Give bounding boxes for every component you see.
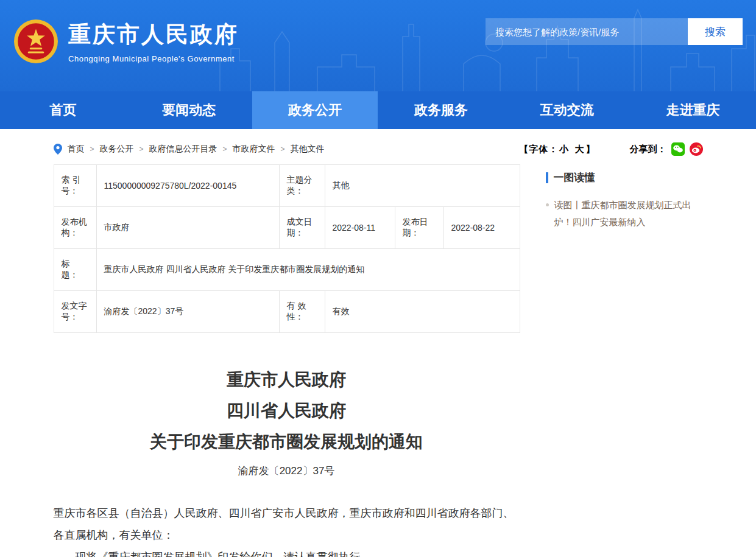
publish-date-value: 2022-08-22 bbox=[443, 207, 520, 249]
written-date-value: 2022-08-11 bbox=[325, 207, 395, 249]
brand-text: 重庆市人民政府 Chongqing Municipal People's Gov… bbox=[68, 19, 239, 63]
search-button[interactable]: 搜索 bbox=[688, 18, 743, 45]
nav-item-interaction[interactable]: 互动交流 bbox=[504, 91, 630, 129]
table-row: 发文字号： 渝府发〔2022〕37号 有 效 性： 有效 bbox=[54, 291, 520, 333]
sidebar-link-text: 读图丨重庆都市圈发展规划正式出炉！四川广安最新纳入 bbox=[554, 197, 703, 231]
breadcrumb-item-other-docs[interactable]: 其他文件 bbox=[291, 144, 325, 155]
share-widget: 分享到： bbox=[630, 142, 703, 156]
bullet-dot-icon bbox=[546, 203, 549, 206]
breadcrumb-item-home[interactable]: 首页 bbox=[68, 144, 85, 155]
index-number-label: 索 引 号： bbox=[54, 165, 96, 207]
index-number-value: 11500000009275780L/2022-00145 bbox=[96, 165, 279, 207]
sidebar: 一图读懂 读图丨重庆都市圈发展规划正式出炉！四川广安最新纳入 bbox=[546, 164, 703, 231]
table-row: 发布机构： 市政府 成文日期： 2022-08-11 发布日期： 2022-08… bbox=[54, 207, 520, 249]
nav-item-gov-services[interactable]: 政务服务 bbox=[378, 91, 504, 129]
main-nav: 首页 要闻动态 政务公开 政务服务 互动交流 走进重庆 bbox=[0, 91, 756, 129]
breadcrumb-item-gov-affairs[interactable]: 政务公开 bbox=[100, 144, 134, 155]
search-input[interactable] bbox=[486, 18, 688, 45]
font-widget-prefix: 【字体： bbox=[519, 144, 558, 154]
document-meta-table: 索 引 号： 11500000009275780L/2022-00145 主题分… bbox=[54, 164, 520, 333]
section-title-accent-bar bbox=[546, 172, 548, 183]
nav-item-news[interactable]: 要闻动态 bbox=[126, 91, 252, 129]
share-label: 分享到： bbox=[630, 144, 666, 155]
document-title-line1: 重庆市人民政府 bbox=[54, 365, 520, 396]
issuing-agency-label: 发布机构： bbox=[54, 207, 96, 249]
site-subtitle: Chongqing Municipal People's Government bbox=[68, 54, 239, 63]
location-pin-icon bbox=[54, 144, 62, 155]
validity-value: 有效 bbox=[325, 291, 520, 333]
doc-title-value: 重庆市人民政府 四川省人民政府 关于印发重庆都市圈发展规划的通知 bbox=[96, 249, 520, 291]
wechat-icon[interactable] bbox=[671, 142, 685, 156]
sidebar-list: 读图丨重庆都市圈发展规划正式出炉！四川广安最新纳入 bbox=[546, 197, 703, 231]
nav-item-home[interactable]: 首页 bbox=[0, 91, 126, 129]
weibo-icon[interactable] bbox=[690, 142, 703, 156]
site-brand[interactable]: 重庆市人民政府 Chongqing Municipal People's Gov… bbox=[13, 19, 239, 64]
content-area: 首页 > 政务公开 > 政府信息公开目录 > 市政府文件 > 其他文件 【字体：… bbox=[54, 129, 703, 557]
issuing-agency-value: 市政府 bbox=[96, 207, 279, 249]
document-body: 重庆市人民政府 四川省人民政府 关于印发重庆都市圈发展规划的通知 渝府发〔202… bbox=[54, 333, 520, 557]
topic-category-label: 主题分类： bbox=[279, 165, 325, 207]
font-size-widget: 【字体：小 大】 bbox=[519, 144, 595, 155]
font-widget-suffix: 】 bbox=[586, 144, 596, 154]
breadcrumb-item-info-directory[interactable]: 政府信息公开目录 bbox=[149, 144, 217, 155]
sidebar-section-title: 一图读懂 bbox=[546, 170, 703, 184]
doc-number-label: 发文字号： bbox=[54, 291, 96, 333]
publish-date-label: 发布日期： bbox=[395, 207, 443, 249]
table-row: 标 题： 重庆市人民政府 四川省人民政府 关于印发重庆都市圈发展规划的通知 bbox=[54, 249, 520, 291]
breadcrumb-separator: > bbox=[90, 145, 94, 153]
written-date-label: 成文日期： bbox=[279, 207, 325, 249]
topic-category-value: 其他 bbox=[325, 165, 520, 207]
doc-title-label: 标 题： bbox=[54, 249, 96, 291]
font-size-large-button[interactable]: 大 bbox=[574, 144, 586, 154]
breadcrumb-item-city-docs[interactable]: 市政府文件 bbox=[233, 144, 275, 155]
nav-item-about-chongqing[interactable]: 走进重庆 bbox=[630, 91, 756, 129]
document-column: 索 引 号： 11500000009275780L/2022-00145 主题分… bbox=[54, 164, 520, 557]
search-bar: 搜索 bbox=[486, 18, 743, 45]
document-title-line3: 关于印发重庆都市圈发展规划的通知 bbox=[54, 427, 520, 458]
breadcrumb-separator: > bbox=[281, 145, 285, 153]
national-emblem-logo bbox=[13, 19, 58, 64]
document-number: 渝府发〔2022〕37号 bbox=[54, 464, 520, 478]
document-paragraph: 重庆市各区县（自治县）人民政府、四川省广安市人民政府，重庆市政府和四川省政府各部… bbox=[54, 502, 520, 546]
document-paragraph: 现将《重庆都市圈发展规划》印发给你们，请认真贯彻执行。 bbox=[54, 546, 520, 557]
topbar: 首页 > 政务公开 > 政府信息公开目录 > 市政府文件 > 其他文件 【字体：… bbox=[54, 139, 703, 164]
font-size-small-button[interactable]: 小 bbox=[558, 144, 570, 154]
table-row: 索 引 号： 11500000009275780L/2022-00145 主题分… bbox=[54, 165, 520, 207]
nav-item-gov-affairs[interactable]: 政务公开 bbox=[252, 91, 378, 129]
breadcrumb-separator: > bbox=[223, 145, 227, 153]
sidebar-section-title-text: 一图读懂 bbox=[554, 170, 595, 184]
breadcrumb: 首页 > 政务公开 > 政府信息公开目录 > 市政府文件 > 其他文件 bbox=[54, 144, 325, 155]
site-title: 重庆市人民政府 bbox=[68, 19, 239, 50]
breadcrumb-separator: > bbox=[140, 145, 144, 153]
site-header: 重庆市人民政府 Chongqing Municipal People's Gov… bbox=[0, 0, 756, 91]
validity-label: 有 效 性： bbox=[279, 291, 325, 333]
list-item[interactable]: 读图丨重庆都市圈发展规划正式出炉！四川广安最新纳入 bbox=[546, 197, 703, 231]
page-tools: 【字体：小 大】 分享到： bbox=[519, 142, 702, 156]
document-title-line2: 四川省人民政府 bbox=[54, 396, 520, 427]
doc-number-value: 渝府发〔2022〕37号 bbox=[96, 291, 279, 333]
